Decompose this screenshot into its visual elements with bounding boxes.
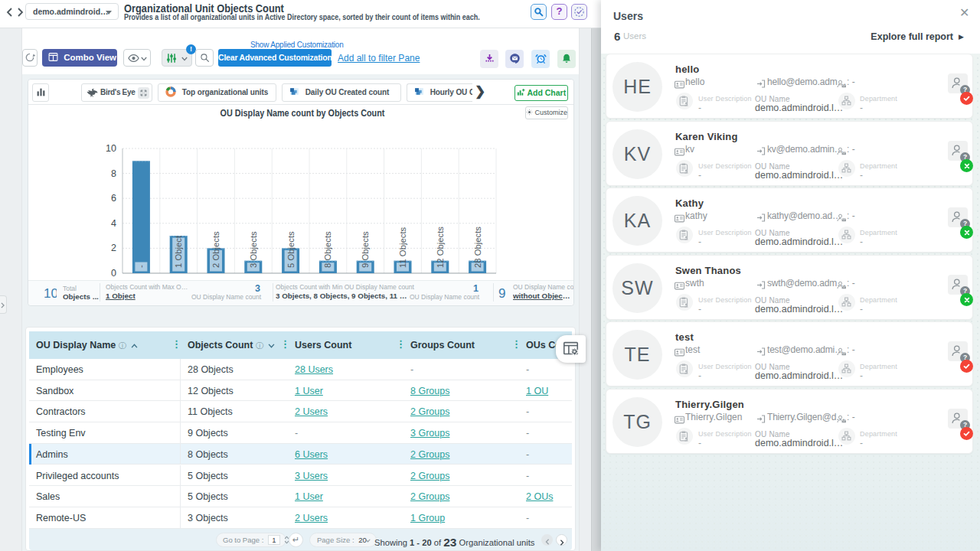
svg-text:10: 10	[106, 143, 116, 154]
svg-text:9 Objects: 9 Objects	[361, 231, 370, 268]
svg-text:8: 8	[111, 168, 116, 179]
svg-text:2 Objects: 2 Objects	[211, 231, 220, 268]
svg-text:0: 0	[111, 268, 116, 279]
svg-text:11 Objects: 11 Objects	[398, 227, 407, 268]
svg-text:28 Objects: 28 Objects	[473, 227, 482, 268]
svg-text:5 Objects: 5 Objects	[286, 231, 296, 268]
svg-text:6: 6	[111, 193, 116, 204]
svg-text:8 Objects: 8 Objects	[323, 231, 332, 268]
svg-text:1 Object: 1 Object	[174, 235, 183, 268]
svg-text:3 Objects: 3 Objects	[249, 231, 258, 268]
svg-text:-: -	[136, 265, 145, 268]
svg-text:12 Objects: 12 Objects	[436, 227, 445, 268]
svg-text:4: 4	[111, 218, 116, 229]
svg-text:2: 2	[111, 243, 116, 253]
